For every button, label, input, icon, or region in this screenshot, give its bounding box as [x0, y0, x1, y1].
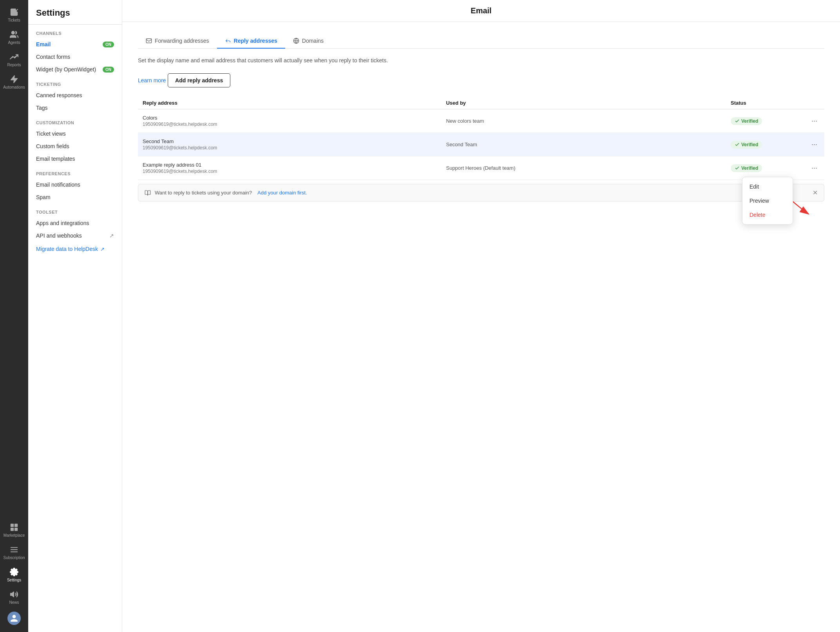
col-used-by: Used by [441, 97, 726, 109]
add-reply-address-button[interactable]: Add reply address [168, 73, 230, 87]
svg-marker-1 [11, 76, 18, 83]
nav-avatar[interactable] [0, 608, 28, 628]
section-ticketing: Ticketing [28, 76, 122, 89]
sidebar-item-apps[interactable]: Apps and integrations [28, 217, 122, 229]
sidebar-item-ticket-views[interactable]: Ticket views [28, 127, 122, 140]
nav-automations[interactable]: Automations [0, 71, 28, 93]
domain-notice-text: Want to reply to tickets using your doma… [155, 190, 252, 196]
nav-subscription[interactable]: Subscription [0, 541, 28, 564]
tab-description: Set the display name and email address t… [138, 56, 824, 65]
domain-notice: Want to reply to tickets using your doma… [138, 184, 824, 202]
sidebar-title: Settings [28, 8, 122, 25]
row1-address: Colors 1950909619@tickets.helpdesk.com [138, 109, 441, 133]
table-row: Example reply address 01 1950909619@tick… [138, 156, 824, 180]
verified-badge: Verified [731, 141, 762, 149]
section-channels: Channels [28, 25, 122, 38]
context-menu: Edit Preview Delete [742, 177, 793, 225]
row3-more-button[interactable]: ··· [809, 163, 820, 173]
icon-nav: Tickets Agents Reports Automations Marke… [0, 0, 28, 632]
col-reply-address: Reply address [138, 97, 441, 109]
row3-actions: ··· [804, 156, 824, 180]
nav-settings[interactable]: Settings [0, 564, 28, 586]
domain-notice-link[interactable]: Add your domain first. [257, 190, 307, 196]
sidebar-item-custom-fields[interactable]: Custom fields [28, 140, 122, 153]
sidebar-item-tags[interactable]: Tags [28, 102, 122, 114]
tab-bar: Forwarding addresses Reply addresses Dom… [138, 34, 824, 49]
section-preferences: Preferences [28, 165, 122, 178]
avatar [7, 612, 21, 625]
context-menu-edit[interactable]: Edit [742, 180, 793, 194]
row3-address: Example reply address 01 1950909619@tick… [138, 156, 441, 180]
sidebar-item-widget[interactable]: Widget (by OpenWidget) ON [28, 63, 122, 76]
row2-more-button[interactable]: ··· [809, 140, 820, 149]
section-toolset: Toolset [28, 203, 122, 217]
widget-badge: ON [103, 67, 114, 73]
domain-notice-close-button[interactable]: ✕ [813, 189, 818, 196]
email-badge: ON [103, 42, 114, 47]
migrate-link[interactable]: Migrate data to HelpDesk ↗ [28, 242, 122, 256]
svg-marker-10 [11, 592, 14, 597]
verified-badge: Verified [731, 164, 762, 172]
row2-actions: ··· [804, 133, 824, 156]
row1-more-button[interactable]: ··· [809, 116, 820, 126]
row2-status: Verified [726, 133, 804, 156]
migrate-ext-icon: ↗ [100, 246, 105, 252]
nav-agents[interactable]: Agents [0, 26, 28, 49]
nav-marketplace[interactable]: Marketplace [0, 519, 28, 541]
row3-used-by: Support Heroes (Default team) [441, 156, 726, 180]
svg-rect-5 [15, 528, 17, 530]
page-title: Email [122, 0, 840, 22]
sidebar-item-email-templates[interactable]: Email templates [28, 153, 122, 165]
sidebar-item-contact-forms[interactable]: Contact forms [28, 51, 122, 63]
svg-rect-3 [15, 524, 17, 527]
context-menu-delete[interactable]: Delete [742, 208, 793, 222]
row2-used-by: Second Team [441, 133, 726, 156]
table-row: Second Team 1950909619@tickets.helpdesk.… [138, 133, 824, 156]
verified-badge: Verified [731, 117, 762, 125]
row1-used-by: New colors team [441, 109, 726, 133]
main: Email Forwarding addresses Reply address… [122, 0, 840, 632]
sidebar-item-email-label: Email [36, 41, 51, 47]
learn-more-link[interactable]: Learn more [138, 77, 166, 84]
main-content: Forwarding addresses Reply addresses Dom… [122, 22, 840, 632]
row2-address: Second Team 1950909619@tickets.helpdesk.… [138, 133, 441, 156]
context-menu-preview[interactable]: Preview [742, 194, 793, 208]
nav-news[interactable]: News [0, 586, 28, 608]
table-row: Colors 1950909619@tickets.helpdesk.com N… [138, 109, 824, 133]
ext-link-icon: ↗ [109, 232, 114, 239]
svg-rect-4 [11, 528, 13, 530]
svg-rect-11 [146, 39, 151, 43]
nav-reports[interactable]: Reports [0, 49, 28, 71]
sidebar-item-email-notifications[interactable]: Email notifications [28, 178, 122, 191]
sidebar-item-contact-forms-label: Contact forms [36, 54, 70, 60]
row1-status: Verified [726, 109, 804, 133]
sidebar-item-email[interactable]: Email ON [28, 38, 122, 51]
tab-reply[interactable]: Reply addresses [217, 34, 285, 49]
sidebar-item-api[interactable]: API and webhooks ↗ [28, 229, 122, 242]
svg-rect-2 [11, 524, 13, 527]
sidebar-item-spam[interactable]: Spam [28, 191, 122, 203]
nav-tickets[interactable]: Tickets [0, 4, 28, 26]
tab-domains[interactable]: Domains [285, 34, 331, 49]
row1-actions: ··· [804, 109, 824, 133]
sidebar-item-canned[interactable]: Canned responses [28, 89, 122, 102]
tab-forwarding[interactable]: Forwarding addresses [138, 34, 217, 49]
book-open-icon [145, 190, 151, 196]
reply-address-table: Reply address Used by Status Colors 1950… [138, 97, 824, 180]
svg-point-0 [12, 31, 14, 34]
section-customization: Customization [28, 114, 122, 127]
row3-status: Verified [726, 156, 804, 180]
sidebar: Settings Channels Email ON Contact forms… [28, 0, 122, 632]
sidebar-item-widget-label: Widget (by OpenWidget) [36, 66, 96, 73]
col-status: Status [726, 97, 804, 109]
